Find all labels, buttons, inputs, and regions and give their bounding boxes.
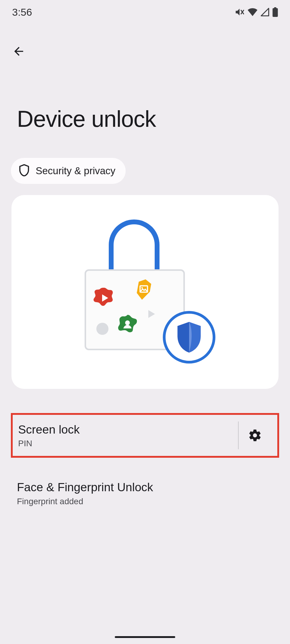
shield-outline-icon [19,164,30,178]
face-fingerprint-item[interactable]: Face & Fingerprint Unlock Fingerprint ad… [11,473,279,513]
screen-lock-item[interactable]: Screen lock PIN [11,413,279,458]
item-subtitle: PIN [18,439,235,448]
battery-icon [272,7,278,17]
item-title: Face & Fingerprint Unlock [17,480,273,495]
wifi-icon [248,8,257,17]
navigation-handle[interactable] [115,636,175,638]
back-button[interactable] [10,43,27,60]
svg-point-6 [125,320,130,325]
lock-illustration [74,216,216,367]
illustration-card [11,195,279,389]
security-privacy-chip[interactable]: Security & privacy [11,158,126,184]
status-icons [234,7,278,17]
status-time: 3:56 [12,6,32,18]
screen-lock-settings-button[interactable] [238,421,271,449]
gear-icon [248,428,262,442]
chip-label: Security & privacy [36,165,115,177]
cell-signal-icon [260,8,269,17]
page-title: Device unlock [17,106,156,132]
item-subtitle: Fingerprint added [17,497,273,506]
arrow-left-icon [12,45,25,58]
svg-rect-3 [274,7,276,8]
status-bar: 3:56 [0,0,290,24]
svg-rect-2 [272,8,278,17]
mute-icon [234,7,245,17]
item-title: Screen lock [18,422,235,437]
shield-badge-icon [163,311,215,364]
